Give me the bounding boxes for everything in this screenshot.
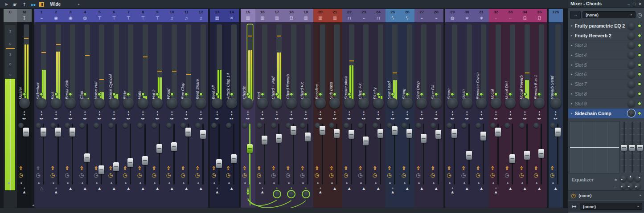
fx-plug-icon[interactable]: ⇧ [387,165,391,171]
pan-knob[interactable] [387,98,398,109]
pan-arrows-icon[interactable]: ◂▸ [179,117,194,121]
fx-plug-icon[interactable]: ⇧ [257,165,261,171]
automation-clock-icon[interactable]: ◷ [300,173,304,178]
pan-knob[interactable] [315,98,326,109]
route-control[interactable]: ▲ [371,186,386,191]
record-dot[interactable] [273,182,275,184]
stereo-knob[interactable] [195,123,201,128]
stereo-knob[interactable] [490,123,496,128]
mixer-track-Sub Bass[interactable]: 21▥Sub Bass▴ ▾◂▸⇧◷▲ [328,9,342,208]
route-arrow-dim-icon[interactable]: △ [34,186,49,191]
automation-clock-icon[interactable]: ◷ [242,173,246,178]
layout-selector[interactable]: Wide [50,2,61,7]
route-arrow-icon[interactable]: ▲ [107,186,122,191]
record-dot[interactable] [404,182,406,184]
track-header[interactable]: 16▥ [255,9,270,22]
track-led[interactable] [23,92,26,96]
effect-slot-3[interactable]: ▸Slot 3 [568,41,644,51]
record-dot[interactable] [536,182,537,184]
fx-plug-icon[interactable]: ⇧ [505,165,509,171]
route-arrow-icon[interactable]: ▲ [532,186,547,191]
stereo-knob[interactable] [94,123,99,128]
pan-knob[interactable] [271,98,282,109]
route-control[interactable]: ▴ [299,186,313,198]
route-arrow-icon[interactable]: ▲ [150,186,165,191]
fx-plug-icon[interactable]: ⇧ [402,165,406,171]
route-control[interactable]: ▲ [460,186,475,191]
pan-knob[interactable] [534,98,545,109]
automation-clock-icon[interactable]: ◷ [358,173,362,178]
stereo-sep-arrows-icon[interactable]: ▴ ▾ [386,110,400,116]
stereo-sep-arrows-icon[interactable]: ▴ ▾ [63,110,78,116]
slot-mix-knob[interactable] [628,109,635,117]
record-dot[interactable] [464,182,465,184]
mixer-track-Chord Reverb[interactable]: 18ΩChord Reverb▴ ▾◂▸⇧◷▴ [284,9,299,208]
track-header[interactable]: C [4,9,17,22]
stereo-knob[interactable] [108,123,114,128]
stereo-sep-arrows-icon[interactable]: ▴ ▾ [503,110,518,116]
slot-arrow-icon[interactable]: ▸ [571,92,573,96]
stereo-sep-arrows-icon[interactable]: ▴ ▾ [270,110,284,116]
stereo-knob[interactable] [416,123,421,128]
fx-plug-icon[interactable]: ⇧ [550,165,554,171]
stereo-sep-arrows-icon[interactable]: ▴ ▾ [210,110,225,116]
volume-fader[interactable] [509,154,515,163]
route-arrow-icon[interactable]: ▲ [474,186,489,191]
route-arrow-icon[interactable]: ▲ [549,186,563,191]
stereo-knob[interactable] [123,123,128,128]
pan-arrows-icon[interactable]: ◂▸ [489,117,504,121]
fx-plug-icon[interactable]: ⇧ [109,165,113,171]
stereo-knob[interactable] [447,123,452,128]
route-arrow-icon[interactable]: ▲ [121,186,136,191]
pan-arrows-icon[interactable]: ◂▸ [34,117,49,121]
mixer-track-Pad[interactable]: 16▥Pad▴ ▾◂▸⇧◷▴▲ [255,9,270,208]
effect-slot-1[interactable]: ▸Fruity parametric EQ 2 [568,21,644,31]
route-control[interactable]: ▲ [328,186,342,191]
automation-clock-icon[interactable]: ◷ [137,173,142,178]
track-header[interactable]: 15▥ [241,9,255,22]
pan-arrows-icon[interactable]: ◂▸ [165,117,180,121]
stereo-knob[interactable] [519,123,525,128]
stereo-knob[interactable] [271,123,276,128]
record-dot[interactable] [197,182,199,184]
slider-handle[interactable] [629,145,635,151]
stereo-knob[interactable] [533,123,539,128]
route-arrow-icon[interactable]: ▲ [78,186,93,191]
stereo-sep-arrows-icon[interactable]: ▴ ▾ [371,110,386,116]
record-dot[interactable] [259,182,261,184]
effect-slot-5[interactable]: ▸Slot 5 [568,60,644,70]
fader-track[interactable] [365,124,366,185]
automation-clock-icon[interactable]: ◷ [505,173,509,178]
pan-knob[interactable] [520,98,530,109]
track-header[interactable]: 20▥ [313,9,328,22]
fx-plug-icon[interactable]: ⇧ [65,165,69,171]
stereo-knob[interactable] [505,123,510,128]
route-arrow-icon[interactable]: ▲ [17,189,32,194]
volume-fader[interactable] [320,126,325,135]
route-control[interactable]: ▲ [194,186,209,191]
track-header[interactable]: 5⊤ [92,9,107,22]
fx-plug-icon[interactable]: ⇧ [491,165,495,171]
route-arrow-icon[interactable]: ▲ [225,186,239,191]
record-dot[interactable] [38,182,40,184]
route-small-arrow-icon[interactable]: ▴ [284,186,299,189]
volume-fader[interactable] [495,128,501,137]
volume-fader[interactable] [555,128,561,137]
route-control[interactable]: ▴ [270,186,284,198]
route-control[interactable]: △ [34,186,49,191]
stereo-knob[interactable] [79,123,85,128]
slot-mix-knob[interactable] [628,32,635,40]
track-header[interactable]: 28⌁ [429,9,444,22]
track-header[interactable]: 13▦ [210,9,225,22]
track-led[interactable] [494,92,498,96]
dock-icon[interactable]: ↥ [22,0,26,9]
route-arrow-icon[interactable]: ▲ [503,186,518,191]
record-dot[interactable] [154,182,156,184]
pan-knob[interactable] [65,98,76,109]
mixer-track-Hat 2[interactable]: 9⊤Hat 2▴ ▾◂▸⇧◷▲ [150,9,165,208]
narrow-view-icon[interactable]: ▸◂ [31,0,34,9]
latency-row[interactable]: ◷ (none) ▸ [568,190,644,200]
track-header[interactable]: 25ϟ [386,9,400,22]
pan-knob[interactable] [416,98,427,109]
mixer-track-Reverse Crash[interactable]: 31∗Reverse Crash▴ ▾◂▸⇧◷▲ [474,9,489,208]
